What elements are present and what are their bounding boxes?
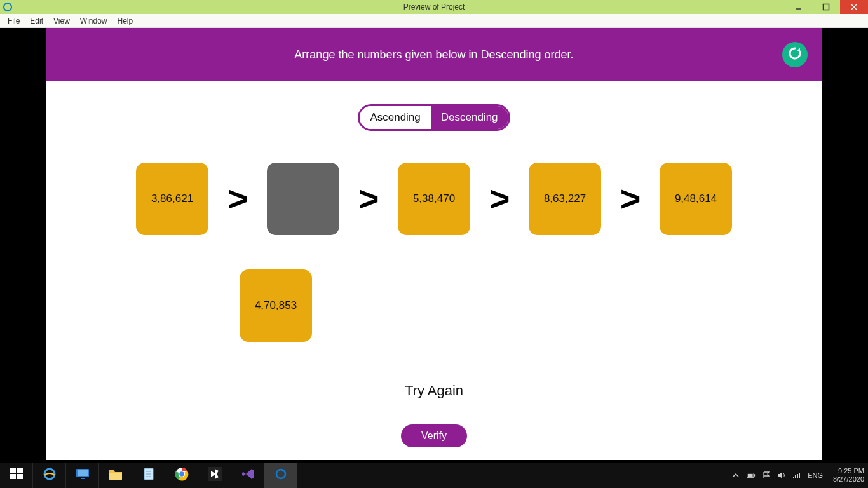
svg-rect-11 bbox=[78, 470, 88, 476]
refresh-icon bbox=[787, 46, 803, 64]
order-toggle: Ascending Descending bbox=[46, 104, 822, 131]
taskbar-left bbox=[0, 463, 297, 488]
slot-3[interactable]: 5,38,470 bbox=[398, 163, 470, 235]
preview-app-icon bbox=[275, 468, 287, 482]
draggable-tile[interactable]: 4,70,853 bbox=[240, 269, 312, 342]
unplaced-row: 4,70,853 bbox=[240, 269, 822, 342]
status-text: Try Again bbox=[46, 383, 822, 399]
visual-studio-icon bbox=[241, 467, 255, 484]
app-icon bbox=[3, 2, 13, 12]
svg-rect-28 bbox=[797, 474, 798, 478]
tray-language[interactable]: ENG bbox=[808, 471, 823, 479]
svg-rect-24 bbox=[754, 474, 756, 477]
menu-view[interactable]: View bbox=[48, 15, 75, 27]
instruction-text: Arrange the numbers given below in Desce… bbox=[294, 48, 573, 62]
battery-icon[interactable] bbox=[747, 471, 756, 480]
minimize-button[interactable] bbox=[784, 0, 812, 14]
taskbar-desktop[interactable] bbox=[66, 463, 99, 488]
menu-file[interactable]: File bbox=[3, 15, 25, 27]
window-controls bbox=[784, 0, 868, 14]
greater-than-icon: > bbox=[613, 181, 648, 217]
app-menubar: File Edit View Window Help bbox=[0, 14, 868, 28]
verify-wrap: Verify bbox=[46, 424, 822, 447]
greater-than-icon: > bbox=[220, 181, 255, 217]
taskbar-notepad[interactable] bbox=[132, 463, 165, 488]
maximize-button[interactable] bbox=[812, 0, 840, 14]
svg-point-20 bbox=[179, 471, 184, 477]
slot-2-empty[interactable] bbox=[267, 163, 339, 235]
close-button[interactable] bbox=[840, 0, 868, 14]
svg-rect-2 bbox=[824, 4, 829, 10]
game-panel: Arrange the numbers given below in Desce… bbox=[46, 28, 822, 460]
svg-rect-13 bbox=[109, 473, 122, 480]
flag-icon[interactable] bbox=[762, 471, 771, 480]
tray-clock[interactable]: 9:25 PM 8/27/2020 bbox=[829, 467, 864, 483]
toggle-descending[interactable]: Descending bbox=[431, 106, 508, 129]
os-titlebar: Preview of Project bbox=[0, 0, 868, 14]
system-tray: ENG 9:25 PM 8/27/2020 bbox=[731, 463, 868, 488]
stage: Arrange the numbers given below in Desce… bbox=[0, 28, 868, 463]
tray-time: 9:25 PM bbox=[833, 467, 864, 475]
svg-rect-29 bbox=[799, 473, 800, 478]
svg-rect-6 bbox=[17, 468, 23, 473]
greater-than-icon: > bbox=[482, 181, 517, 217]
windows-icon bbox=[10, 467, 24, 484]
notepad-icon bbox=[142, 467, 155, 484]
slot-5[interactable]: 9,48,614 bbox=[660, 163, 732, 235]
volume-icon[interactable] bbox=[777, 471, 786, 480]
menu-edit[interactable]: Edit bbox=[25, 15, 48, 27]
svg-rect-27 bbox=[795, 475, 796, 478]
slots-row: 3,86,621 > > 5,38,470 > 8,63,227 > 9,48,… bbox=[46, 163, 822, 235]
svg-rect-5 bbox=[10, 468, 16, 473]
greater-than-icon: > bbox=[351, 181, 386, 217]
desktop-icon bbox=[75, 468, 90, 483]
svg-rect-12 bbox=[81, 478, 85, 479]
svg-rect-7 bbox=[10, 474, 16, 479]
folder-icon bbox=[108, 468, 123, 483]
start-button[interactable] bbox=[0, 463, 33, 488]
taskbar-preview-app[interactable] bbox=[264, 463, 297, 488]
toggle-ascending[interactable]: Ascending bbox=[360, 106, 430, 129]
taskbar-explorer[interactable] bbox=[99, 463, 132, 488]
instruction-banner: Arrange the numbers given below in Desce… bbox=[46, 28, 822, 81]
taskbar-unity[interactable] bbox=[198, 463, 231, 488]
slot-4[interactable]: 8,63,227 bbox=[529, 163, 601, 235]
taskbar-visualstudio[interactable] bbox=[231, 463, 264, 488]
taskbar-chrome[interactable] bbox=[165, 463, 198, 488]
os-taskbar: ENG 9:25 PM 8/27/2020 bbox=[0, 463, 868, 488]
svg-rect-25 bbox=[748, 474, 753, 477]
svg-rect-8 bbox=[17, 474, 23, 479]
menu-help[interactable]: Help bbox=[112, 15, 139, 27]
chrome-icon bbox=[175, 467, 189, 484]
tray-date: 8/27/2020 bbox=[833, 475, 864, 484]
slot-1[interactable]: 3,86,621 bbox=[136, 163, 208, 235]
reset-button[interactable] bbox=[782, 42, 808, 67]
unity-icon bbox=[208, 467, 222, 484]
tray-chevron-up-icon[interactable] bbox=[731, 471, 740, 480]
svg-rect-26 bbox=[793, 477, 794, 478]
menu-window[interactable]: Window bbox=[75, 15, 112, 27]
verify-button[interactable]: Verify bbox=[401, 424, 467, 447]
ie-icon bbox=[42, 466, 57, 484]
window-title: Preview of Project bbox=[403, 3, 465, 11]
network-icon[interactable] bbox=[792, 471, 801, 480]
taskbar-ie[interactable] bbox=[33, 463, 66, 488]
